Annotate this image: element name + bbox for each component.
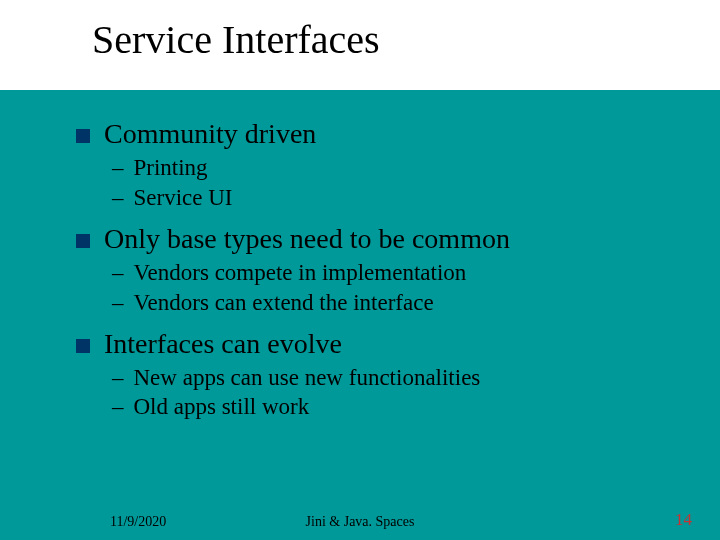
square-bullet-icon — [76, 234, 90, 248]
bullet-item: Only base types need to be common — [76, 221, 676, 256]
square-bullet-icon — [76, 339, 90, 353]
dash-icon: – — [112, 288, 124, 318]
footer: 11/9/2020 Jini & Java. Spaces 14 — [0, 506, 720, 530]
bullet-item: Community driven — [76, 116, 676, 151]
sub-item: – Printing — [112, 153, 676, 183]
slide-body: Community driven – Printing – Service UI… — [76, 108, 676, 422]
dash-icon: – — [112, 183, 124, 213]
sub-item: – New apps can use new functionalities — [112, 363, 676, 393]
sub-item: – Old apps still work — [112, 392, 676, 422]
sub-item: – Vendors can extend the interface — [112, 288, 676, 318]
square-bullet-icon — [76, 129, 90, 143]
title-area: Service Interfaces — [0, 0, 720, 90]
footer-page-number: 14 — [675, 510, 692, 530]
dash-icon: – — [112, 153, 124, 183]
dash-icon: – — [112, 258, 124, 288]
sub-item: – Vendors compete in implementation — [112, 258, 676, 288]
bullet-text: Community driven — [104, 116, 316, 151]
slide-title: Service Interfaces — [92, 18, 720, 62]
sub-text: Vendors can extend the interface — [134, 288, 434, 318]
sub-text: Old apps still work — [134, 392, 310, 422]
bullet-text: Interfaces can evolve — [104, 326, 342, 361]
sub-item: – Service UI — [112, 183, 676, 213]
footer-center: Jini & Java. Spaces — [0, 514, 720, 530]
slide: Service Interfaces Community driven – Pr… — [0, 0, 720, 540]
dash-icon: – — [112, 392, 124, 422]
sub-text: New apps can use new functionalities — [134, 363, 481, 393]
sub-text: Printing — [134, 153, 208, 183]
bullet-text: Only base types need to be common — [104, 221, 510, 256]
sub-text: Vendors compete in implementation — [134, 258, 467, 288]
sub-text: Service UI — [134, 183, 233, 213]
dash-icon: – — [112, 363, 124, 393]
bullet-item: Interfaces can evolve — [76, 326, 676, 361]
